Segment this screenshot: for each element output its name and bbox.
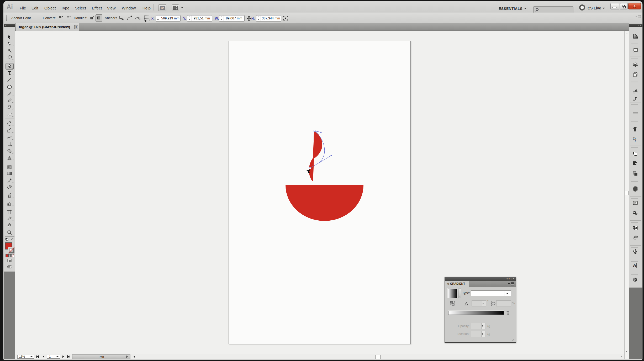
svg-text:A: A — [633, 263, 636, 268]
svg-text:f: f — [635, 139, 636, 142]
